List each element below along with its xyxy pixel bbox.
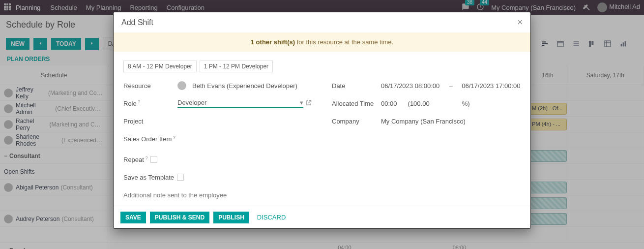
template-chip[interactable]: 8 AM - 12 PM Developer	[123, 61, 197, 72]
warning-text: for this resource at the same time.	[295, 38, 393, 46]
company-value: My Company (San Francisco)	[381, 118, 521, 125]
project-label: Project	[123, 118, 177, 125]
date-from-field[interactable]: 06/17/2023 08:00:00	[381, 82, 439, 90]
save-template-label: Save as Template	[123, 174, 174, 181]
alloc-time-value[interactable]: 00:00	[381, 100, 397, 107]
role-value: Developer	[177, 99, 206, 106]
save-button[interactable]: SAVE	[120, 212, 146, 223]
publish-button[interactable]: PUBLISH	[213, 212, 249, 223]
publish-send-button[interactable]: PUBLISH & SEND	[150, 212, 209, 223]
alloc-pct-open[interactable]: (100.00	[408, 100, 430, 107]
role-select[interactable]: Developer ▾	[177, 99, 303, 108]
company-label: Company	[332, 118, 381, 125]
avatar-icon	[177, 81, 186, 90]
resource-label: Resource	[123, 82, 177, 90]
date-to-field[interactable]: 06/17/2023 17:00:00	[462, 82, 520, 90]
allocated-label: Allocated Time	[332, 100, 381, 107]
role-label: Role ?	[123, 99, 177, 107]
save-template-checkbox[interactable]	[177, 174, 184, 181]
repeat-label: Repeat ?	[123, 156, 147, 163]
chevron-down-icon[interactable]: ▾	[300, 99, 303, 106]
alloc-pct-unit: %)	[462, 100, 470, 107]
date-label: Date	[332, 82, 381, 90]
warning-count: 1 other shift(s)	[251, 38, 295, 46]
add-shift-modal: Add Shift × 1 other shift(s) for this re…	[113, 12, 531, 229]
discard-button[interactable]: DISCARD	[253, 211, 290, 223]
external-link-icon[interactable]	[305, 99, 312, 108]
sales-order-label: Sales Order Item ?	[123, 135, 192, 143]
template-chip[interactable]: 1 PM - 12 PM Developer	[200, 61, 273, 72]
repeat-checkbox[interactable]	[150, 156, 157, 163]
modal-overlay: Add Shift × 1 other shift(s) for this re…	[0, 0, 644, 249]
warning-banner: 1 other shift(s) for this resource at th…	[114, 32, 530, 52]
close-icon[interactable]: ×	[517, 17, 523, 28]
modal-title: Add Shift	[121, 18, 153, 27]
resource-value[interactable]: Beth Evans (Experienced Developer)	[192, 82, 297, 90]
arrow-right-icon: →	[447, 82, 454, 90]
note-input[interactable]	[123, 189, 312, 201]
